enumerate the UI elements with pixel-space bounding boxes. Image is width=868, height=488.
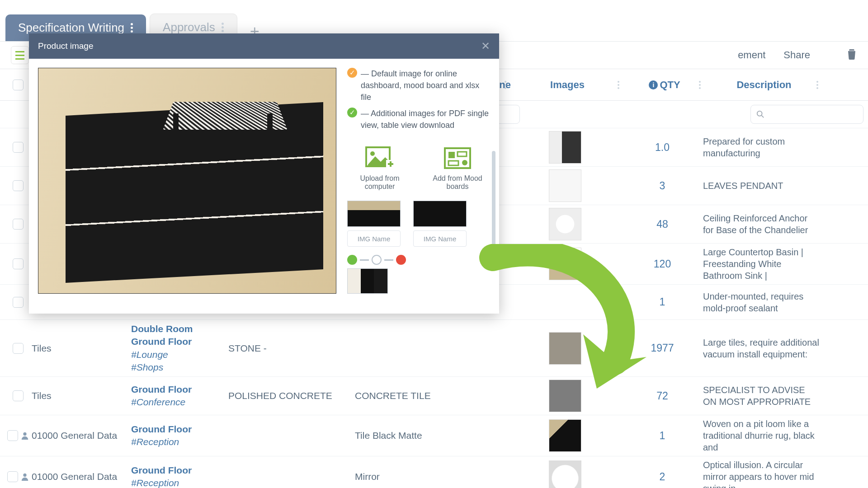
svg-point-11 (462, 160, 467, 165)
row-qty[interactable]: 2 (622, 471, 703, 483)
row-room[interactable]: Ground Floor#Conference (131, 383, 228, 409)
row-image-cell (509, 380, 622, 412)
thumbnail-image (413, 201, 467, 227)
row-checkbox[interactable] (7, 471, 18, 482)
thumbnail-name-input[interactable]: IMG Name (413, 230, 467, 247)
table-row[interactable]: 01000 General DataGround Floor#Reception… (0, 415, 868, 456)
thumbnail-image (347, 201, 401, 227)
column-label: Description (736, 79, 791, 91)
column-qty[interactable]: i QTY (624, 79, 705, 91)
thumbnail-item[interactable]: IMG Name (347, 201, 401, 247)
default-badge-icon: ✓ (347, 68, 357, 78)
row-qty[interactable]: 1977 (622, 342, 703, 354)
row-image-cell (509, 131, 622, 164)
row-thumbnail[interactable] (549, 460, 581, 488)
row-thumbnail[interactable] (549, 419, 581, 452)
row-qty[interactable]: 3 (622, 180, 703, 192)
scrollbar[interactable] (492, 151, 495, 250)
toolbar-link[interactable]: ement (738, 49, 765, 61)
close-icon[interactable]: ✕ (481, 40, 490, 52)
row-qty[interactable]: 1.0 (622, 141, 703, 154)
row-description: LEAVES PENDANT (703, 180, 821, 192)
row-thumbnail[interactable] (549, 332, 581, 365)
row-thumbnail[interactable] (549, 131, 581, 164)
row-thumbnail[interactable] (549, 169, 581, 202)
column-menu-icon[interactable] (618, 81, 619, 89)
tab-label: Specification Writing (18, 21, 124, 35)
row-thumbnail[interactable] (549, 380, 581, 412)
row-description: Under-mounted, requires mold-proof seala… (703, 291, 821, 314)
table-row[interactable]: 01000 General DataGround Floor#Reception… (0, 456, 868, 488)
svg-point-3 (23, 474, 26, 477)
thumbnail-name-input[interactable]: IMG Name (347, 230, 401, 247)
toolbar-link-share[interactable]: Share (783, 49, 810, 61)
column-label: Images (550, 79, 585, 91)
row-checkbox[interactable] (13, 142, 24, 153)
row-category: Tiles (32, 343, 131, 354)
hamburger-menu-icon[interactable] (11, 46, 29, 64)
additional-badge-icon: ✓ (347, 108, 357, 117)
row-image-cell (509, 169, 622, 202)
row-description: Large tiles, require additional vacuum i… (703, 337, 821, 360)
row-description: Optical illusion. A circular mirror appe… (703, 459, 821, 488)
moodboard-icon (443, 146, 472, 170)
row-checkbox[interactable] (13, 297, 24, 308)
row-category: Tiles (32, 390, 131, 401)
row-description: Woven on a pit loom like a traditional d… (703, 418, 821, 453)
row-category: 01000 General Data (32, 471, 131, 482)
row-description: SPECIALIST TO ADVISE ON MOST APPROPRIATE (703, 384, 821, 408)
toggle-green-icon (347, 255, 357, 265)
row-checkbox[interactable] (13, 180, 24, 191)
row-qty[interactable]: 48 (622, 218, 703, 230)
thumbnail-item[interactable]: IMG Name (413, 201, 467, 247)
svg-rect-10 (448, 161, 458, 165)
row-thumbnail[interactable] (549, 208, 581, 240)
column-description[interactable]: Description (705, 79, 823, 91)
modal-header: Product image ✕ (29, 33, 499, 59)
row-image-cell (509, 208, 622, 240)
row-qty[interactable]: 1 (622, 430, 703, 442)
row-checkbox[interactable] (13, 258, 24, 269)
row-qty[interactable]: 72 (622, 390, 703, 402)
row-checkbox[interactable] (13, 219, 24, 230)
tab-menu-icon[interactable] (131, 23, 133, 33)
svg-point-2 (23, 432, 26, 436)
main-product-image[interactable] (38, 68, 336, 294)
info-icon: i (649, 80, 658, 89)
trash-icon[interactable] (846, 48, 857, 62)
table-row[interactable]: TilesDouble RoomGround Floor#Lounge#Shop… (0, 319, 868, 376)
select-all-checkbox[interactable] (13, 80, 24, 90)
row-image-cell (509, 419, 622, 452)
row-qty[interactable]: 120 (622, 258, 703, 270)
row-product-2: Mirror (355, 471, 509, 482)
row-room[interactable]: Ground Floor#Reception (131, 423, 228, 449)
row-room[interactable]: Double RoomGround Floor#Lounge#Shops (131, 323, 228, 374)
tab-menu-icon[interactable] (222, 23, 224, 32)
upload-from-computer-button[interactable]: Upload from computer (350, 146, 409, 191)
row-checkbox[interactable] (13, 390, 24, 401)
row-description: Large Countertop Basin | Freestanding Wh… (703, 246, 821, 282)
image-status-toggle[interactable] (347, 255, 490, 265)
add-from-moodboards-button[interactable]: Add from Mood boards (428, 146, 487, 191)
row-description: Ceiling Reinforced Anchor for Base of th… (703, 212, 821, 236)
modal-sidebar: ✓ — Default image for online dashboard, … (347, 68, 490, 305)
modal-title: Product image (38, 41, 94, 51)
row-checkbox[interactable] (7, 430, 18, 441)
person-icon (21, 473, 29, 481)
row-thumbnail[interactable] (549, 248, 581, 280)
column-menu-icon[interactable] (816, 81, 818, 89)
upload-image-icon (365, 146, 394, 170)
column-menu-icon[interactable] (699, 81, 701, 89)
row-checkbox[interactable] (13, 343, 24, 354)
table-row[interactable]: TilesGround Floor#ConferencePOLISHED CON… (0, 376, 868, 415)
search-description-input[interactable] (750, 105, 863, 124)
svg-rect-9 (458, 152, 467, 156)
column-images[interactable]: Images (511, 79, 624, 91)
tab-label: Approvals (163, 20, 215, 34)
row-qty[interactable]: 1 (622, 296, 703, 308)
person-icon (21, 432, 29, 440)
toggle-mid-icon (372, 255, 382, 265)
mini-thumbnail[interactable] (347, 268, 388, 294)
column-menu-icon[interactable] (505, 81, 506, 89)
row-room[interactable]: Ground Floor#Reception (131, 464, 228, 488)
